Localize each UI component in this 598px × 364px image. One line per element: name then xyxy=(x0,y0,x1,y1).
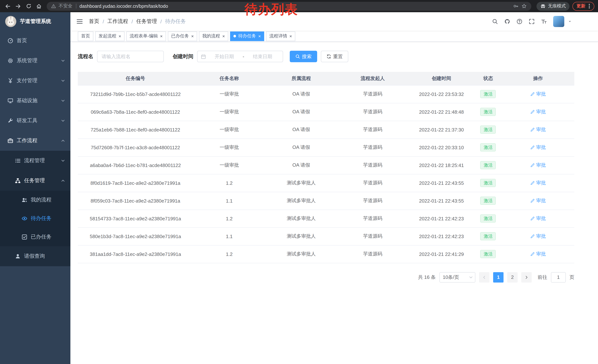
cell-initiator: 芋道源码 xyxy=(337,210,408,227)
sidebar-item-system-mgmt[interactable]: 系统管理 xyxy=(0,51,70,71)
reset-button[interactable]: 重置 xyxy=(321,51,348,62)
sidebar-item-my-processes[interactable]: 我的流程 xyxy=(0,191,70,209)
approve-button[interactable]: 审批 xyxy=(530,233,546,240)
end-date-input[interactable] xyxy=(246,54,279,59)
caret-down-icon[interactable] xyxy=(568,19,572,24)
approve-button[interactable]: 审批 xyxy=(530,108,546,115)
approve-button[interactable]: 审批 xyxy=(530,215,546,222)
status-badge: 激活 xyxy=(480,126,496,134)
approve-label: 审批 xyxy=(536,197,546,204)
close-icon[interactable]: × xyxy=(258,34,261,38)
cell-process: 测试多审批人 xyxy=(266,227,337,245)
people-icon xyxy=(22,197,27,203)
sidebar-item-leave-query[interactable]: 请假查询 xyxy=(0,246,70,266)
tab-todo-tasks[interactable]: 待办任务× xyxy=(230,31,264,41)
status-badge: 激活 xyxy=(480,250,496,258)
sidebar-item-dev-tools[interactable]: 研发工具 xyxy=(0,111,70,131)
pen-icon xyxy=(530,216,535,221)
app-logo xyxy=(5,16,16,27)
col-created-time: 创建时间 xyxy=(408,72,474,85)
search-button[interactable]: 搜索 xyxy=(290,51,317,62)
next-page-button[interactable] xyxy=(521,272,532,282)
reload-button[interactable] xyxy=(24,1,33,11)
approve-button[interactable]: 审批 xyxy=(530,180,546,186)
approve-button[interactable]: 审批 xyxy=(530,144,546,151)
font-size-icon[interactable] xyxy=(541,18,547,24)
sidebar-item-done-tasks[interactable]: 已办任务 xyxy=(0,228,70,246)
cell-status: 激活 xyxy=(474,210,502,227)
close-icon[interactable]: × xyxy=(222,34,225,38)
hamburger-icon[interactable] xyxy=(76,18,83,25)
breadcrumb-home[interactable]: 首页 xyxy=(89,18,99,25)
tab-home[interactable]: 首页 xyxy=(78,31,93,41)
approve-label: 审批 xyxy=(536,215,546,222)
page-button-1[interactable]: 1 xyxy=(493,272,504,282)
cell-status: 激活 xyxy=(474,227,502,245)
pen-icon xyxy=(530,163,535,167)
github-icon[interactable] xyxy=(504,18,510,24)
forward-button[interactable] xyxy=(13,1,23,11)
approve-button[interactable]: 审批 xyxy=(530,91,546,97)
close-icon[interactable]: × xyxy=(289,34,292,38)
warning-icon xyxy=(51,4,56,8)
help-icon[interactable] xyxy=(516,18,523,24)
sidebar-item-label: 基础设施 xyxy=(17,97,37,104)
sidebar-item-process-mgmt[interactable]: 流程管理 xyxy=(0,151,70,171)
date-range-picker[interactable]: - xyxy=(197,51,283,62)
prev-page-button[interactable] xyxy=(479,272,490,282)
close-icon[interactable]: × xyxy=(119,34,121,38)
approve-button[interactable]: 审批 xyxy=(530,126,546,133)
app-logo-row[interactable]: 芋道管理系统 xyxy=(0,12,70,31)
close-icon[interactable]: × xyxy=(191,34,194,38)
sidebar-item-payment-mgmt[interactable]: 支付管理 xyxy=(0,71,70,91)
approve-button[interactable]: 审批 xyxy=(530,162,546,169)
key-icon[interactable] xyxy=(513,3,519,9)
tab-done-tasks[interactable]: 已办任务× xyxy=(168,31,197,41)
calendar-icon xyxy=(201,54,206,59)
tab-my-processes[interactable]: 我的流程× xyxy=(199,31,228,41)
tab-label: 流程详情 xyxy=(269,33,287,39)
status-badge: 激活 xyxy=(480,179,496,187)
page-button-2[interactable]: 2 xyxy=(507,272,518,282)
start-date-input[interactable] xyxy=(208,54,241,59)
approve-button[interactable]: 审批 xyxy=(530,197,546,204)
briefcase-icon xyxy=(8,138,13,144)
home-button[interactable] xyxy=(34,1,44,11)
cell-created-time: 2022-01-21 22:42:23 xyxy=(408,210,474,227)
tab-process-detail[interactable]: 流程详情× xyxy=(266,31,295,41)
close-icon[interactable]: × xyxy=(160,34,163,38)
sidebar-item-label: 已办任务 xyxy=(31,234,51,240)
page-unit-label: 页 xyxy=(569,274,574,281)
tab-start-process[interactable]: 发起流程× xyxy=(95,31,125,41)
sidebar-item-label: 研发工具 xyxy=(17,117,37,124)
cell-created-time: 2022-01-22 21:37:30 xyxy=(408,121,474,138)
process-name-input[interactable] xyxy=(97,51,164,62)
table-row: a6aba0a4-7b6d-11ec-b781-acde48001122 一级审… xyxy=(78,156,574,174)
search-icon[interactable] xyxy=(492,18,498,24)
sidebar-item-infrastructure[interactable]: 基础设施 xyxy=(0,91,70,111)
sidebar-item-todo-tasks[interactable]: 待办任务 xyxy=(0,209,70,228)
update-button[interactable]: 更新 xyxy=(573,2,594,11)
approve-button[interactable]: 审批 xyxy=(530,251,546,257)
goto-page-input[interactable] xyxy=(551,272,566,282)
cell-action: 审批 xyxy=(502,210,574,227)
page-size-select[interactable]: 10条/页 xyxy=(440,272,475,282)
fullscreen-icon[interactable] xyxy=(529,18,535,24)
back-button[interactable] xyxy=(3,1,13,11)
cell-task-name: 1.1 xyxy=(193,227,266,245)
menu-dots-icon[interactable] xyxy=(587,3,592,9)
filter-bar: 流程名 创建时间 - 搜索 重置 xyxy=(78,51,574,62)
sidebar-item-home[interactable]: 首页 xyxy=(0,31,70,51)
tab-form-edit[interactable]: 流程表单-编辑× xyxy=(126,31,166,41)
user-avatar[interactable] xyxy=(553,16,564,27)
cell-task-name: 1.1 xyxy=(193,192,266,210)
cell-created-time: 2022-01-22 18:25:41 xyxy=(408,156,474,174)
bookmark-star-icon[interactable] xyxy=(521,3,527,9)
breadcrumb-workflow[interactable]: 工作流程 xyxy=(108,18,128,25)
breadcrumb-current: 待办任务 xyxy=(165,18,186,25)
col-task-id: 任务编号 xyxy=(78,72,193,85)
breadcrumb-task-mgmt[interactable]: 任务管理 xyxy=(136,18,157,25)
sidebar-item-task-mgmt[interactable]: 任务管理 xyxy=(0,171,70,191)
status-badge: 激活 xyxy=(480,232,496,240)
sidebar-item-workflow[interactable]: 工作流程 xyxy=(0,131,70,151)
